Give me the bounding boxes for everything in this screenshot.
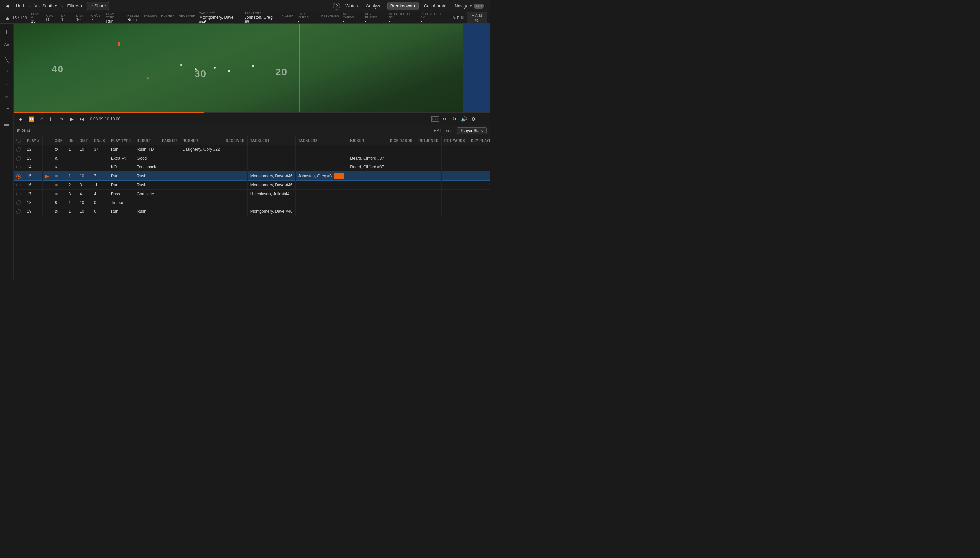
back-button[interactable]: ◀ xyxy=(3,2,11,10)
video-progress-bar[interactable] xyxy=(14,112,490,113)
row-select-cell xyxy=(14,181,24,190)
watch-button[interactable]: Watch xyxy=(343,2,360,10)
fullscreen-button[interactable]: ⛶ xyxy=(478,115,487,123)
col-rusher[interactable]: RUSHER xyxy=(180,136,223,145)
layer-tool-button[interactable]: ▬ xyxy=(2,118,12,129)
analyze-button[interactable]: Analyze xyxy=(363,2,384,10)
table-row[interactable]: 18 S 1 10 0 Timeout xyxy=(14,199,490,207)
col-key-player[interactable]: KEY PLAYER xyxy=(468,136,490,145)
row-radio[interactable] xyxy=(16,183,21,187)
col-dn[interactable]: DN xyxy=(66,136,77,145)
skip-to-end-button[interactable]: ⏭ xyxy=(77,115,87,123)
row-tackler1 xyxy=(247,199,295,207)
table-row[interactable]: 17 D 3 4 4 Pass Complete Hutchinson, Jul… xyxy=(14,190,490,199)
breakdown-button[interactable]: Breakdown ▾ xyxy=(387,2,419,10)
returner-info-label: RETURNER xyxy=(321,14,338,17)
breakdown-label: Breakdown xyxy=(390,3,412,8)
cc-button[interactable]: CC xyxy=(431,115,440,123)
row-gnls: 6 xyxy=(91,207,108,216)
row-play-num: 15 xyxy=(24,171,43,181)
pause-button[interactable]: ⏸ xyxy=(47,115,56,123)
col-kicker[interactable]: KICKER xyxy=(347,136,387,145)
col-dist[interactable]: DIST xyxy=(77,136,91,145)
col-gnls[interactable]: GN/LS xyxy=(91,136,108,145)
table-row[interactable]: 16 D 2 3 -1 Run Rush Montgomery, Dave #4… xyxy=(14,181,490,190)
line-tool-button[interactable]: ╲ xyxy=(2,54,12,65)
play-prev-button[interactable]: ▲ xyxy=(3,15,12,21)
info-tool-button[interactable]: ℹ xyxy=(2,26,12,38)
col-play-num[interactable]: PLAY # xyxy=(24,136,43,145)
hud-button[interactable]: Hud xyxy=(14,2,26,10)
recovered-info-col: RECOVERED BY - xyxy=(420,12,445,24)
row-dn: 1 xyxy=(66,145,77,154)
select-all-checkbox[interactable] xyxy=(16,138,21,143)
col-indicator xyxy=(42,136,52,145)
circle-tool-button[interactable]: ○ xyxy=(2,91,12,102)
filters-button[interactable]: Filters ▾ xyxy=(65,2,85,10)
row-radio[interactable] xyxy=(16,200,21,205)
table-row[interactable]: 13 K Extra Pt. Good Beard, Clifford #87 xyxy=(14,154,490,162)
plays-table: PLAY # ODK DN DIST GN/LS PLAY TYPE RESUL… xyxy=(14,136,490,216)
col-tackler1[interactable]: TACKLER1 xyxy=(247,136,295,145)
arrow-in-tool-button[interactable]: →| xyxy=(2,79,12,89)
plays-table-container[interactable]: PLAY # ODK DN DIST GN/LS PLAY TYPE RESUL… xyxy=(14,136,490,279)
play-type-label: PLAY TYPE xyxy=(106,12,123,19)
row-key-player xyxy=(468,162,490,171)
row-receiver xyxy=(223,181,247,190)
row-radio[interactable] xyxy=(16,156,21,161)
navigate-button[interactable]: Navigate 129 xyxy=(452,2,487,10)
col-result[interactable]: RESULT xyxy=(134,136,159,145)
edit-button[interactable]: ✎ Edit xyxy=(450,15,467,21)
player-stats-button[interactable]: Player Stats xyxy=(457,127,487,134)
field-num-20-text: 20 xyxy=(276,67,287,77)
col-play-type[interactable]: PLAY TYPE xyxy=(108,136,134,145)
text-tool-button[interactable]: Aa xyxy=(2,39,12,50)
back-5s-button[interactable]: ↺ xyxy=(37,115,46,123)
row-tackler2: Johnston, Greg #8 → xyxy=(295,171,347,181)
row-radio[interactable] xyxy=(16,174,21,179)
row-radio[interactable] xyxy=(16,165,21,169)
arrow-up-tool-button[interactable]: ↗ xyxy=(2,66,12,77)
col-odk[interactable]: ODK xyxy=(52,136,66,145)
row-radio[interactable] xyxy=(16,147,21,152)
vs-south-button[interactable]: Vs. South ▾ xyxy=(32,2,59,10)
video-area[interactable]: 40 30 20 xyxy=(14,24,490,113)
table-row[interactable]: 12 O 1 10 37 Run Rush, TD Daugherty, Cor… xyxy=(14,145,490,154)
volume-button[interactable]: 🔊 xyxy=(460,115,468,123)
line-icon: ╲ xyxy=(5,56,8,63)
receiver-label: RECEIVER xyxy=(179,14,195,17)
grid-view-button[interactable]: ⊞ Grid xyxy=(17,128,30,133)
col-receiver[interactable]: RECEIVER xyxy=(223,136,247,145)
add-to-button[interactable]: + Add to xyxy=(466,12,487,24)
result-label: RESULT xyxy=(127,14,139,17)
circle-icon: ○ xyxy=(5,94,8,99)
table-row[interactable]: 19 D 1 10 6 Run Rush Montgomery, Dave #4… xyxy=(14,207,490,216)
collaborate-button[interactable]: Collaborate xyxy=(421,2,450,10)
col-returner[interactable]: RETURNER xyxy=(415,136,442,145)
row-radio[interactable] xyxy=(16,192,21,196)
loop-button[interactable]: ↻ xyxy=(450,115,459,123)
fwd-5s-button[interactable]: ↻ xyxy=(57,115,66,123)
prev-clip-button[interactable]: ⏪ xyxy=(26,115,35,123)
next-frame-button[interactable]: ▶ xyxy=(67,115,76,123)
recovered-info-label: RECOVERED BY xyxy=(420,12,445,19)
row-tackler2 xyxy=(295,154,347,162)
skip-to-start-button[interactable]: ⏮ xyxy=(16,115,25,123)
center-content: 40 30 20 ⏮ xyxy=(14,24,490,279)
table-row[interactable]: 14 K KO Touchback Beard, Clifford #87 xyxy=(14,162,490,171)
col-kick-yards[interactable]: KICK YARDS xyxy=(387,136,415,145)
col-passer[interactable]: PASSER xyxy=(159,136,180,145)
table-row[interactable]: 15 ▶ D 1 10 7 Run Rush Montgomery, Dave … xyxy=(14,171,490,181)
row-passer xyxy=(159,207,180,216)
share-button[interactable]: ↗ Share xyxy=(87,2,109,10)
play-counter: 15 / 129 xyxy=(12,16,27,20)
col-ret-yards[interactable]: RET YARDS xyxy=(442,136,468,145)
all-items-button[interactable]: + All Items xyxy=(431,128,455,134)
help-button[interactable]: ? xyxy=(333,3,340,10)
settings-button[interactable]: ⚙ xyxy=(469,115,478,123)
col-tackler2[interactable]: TACKLER2 xyxy=(295,136,347,145)
kicker-info-col: KICKER - xyxy=(281,14,293,22)
row-radio[interactable] xyxy=(16,209,21,214)
wave-tool-button[interactable]: 〜 xyxy=(2,103,12,114)
clip-button[interactable]: ✂ xyxy=(440,115,449,123)
